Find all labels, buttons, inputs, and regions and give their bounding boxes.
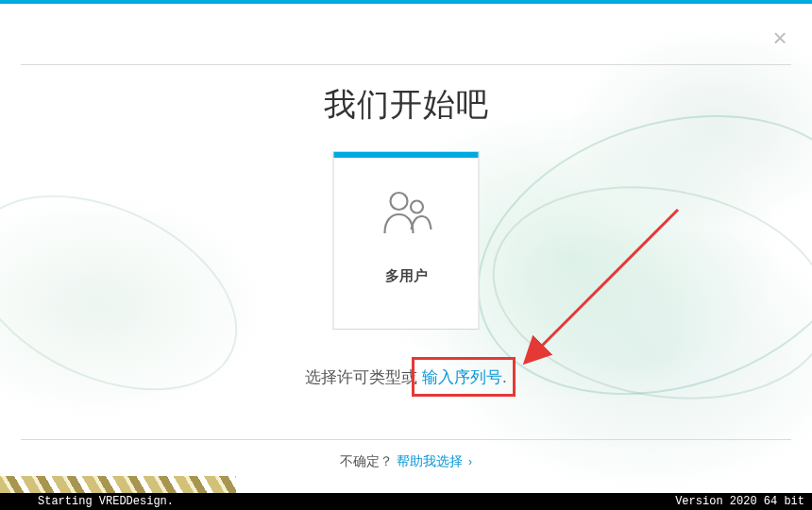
enter-serial-link[interactable]: 输入序列号	[422, 368, 502, 386]
status-right: Version 2020 64 bit	[675, 495, 804, 508]
users-icon	[379, 188, 433, 245]
window-accent-bar	[0, 0, 812, 4]
license-prompt: 选择许可类型或 输入序列号.	[0, 366, 812, 388]
close-icon: ×	[772, 24, 787, 52]
card-accent-bar	[334, 152, 479, 158]
help-me-choose-link[interactable]: 帮助我选择	[397, 453, 463, 468]
svg-line-2	[527, 210, 678, 361]
license-option-label: 多用户	[385, 267, 428, 285]
status-bar: Starting VREDDesign. Version 2020 64 bit	[0, 493, 812, 510]
decorative-gold-band	[0, 476, 236, 493]
svg-point-1	[411, 201, 423, 213]
divider	[21, 64, 791, 65]
license-option-multiuser[interactable]: 多用户	[333, 151, 480, 330]
annotation-arrow	[510, 198, 699, 387]
background-swirl	[0, 156, 268, 430]
divider	[21, 439, 791, 440]
page-title: 我们开始吧	[0, 83, 812, 127]
svg-point-0	[390, 193, 407, 210]
prompt-prefix: 选择许可类型或	[305, 368, 422, 386]
close-button[interactable]: ×	[769, 26, 791, 49]
status-left: Starting VREDDesign.	[38, 495, 174, 508]
prompt-suffix: .	[502, 368, 507, 386]
chevron-right-icon: ›	[468, 455, 472, 468]
help-question: 不确定？	[340, 453, 393, 468]
help-row: 不确定？ 帮助我选择 ›	[0, 453, 812, 470]
